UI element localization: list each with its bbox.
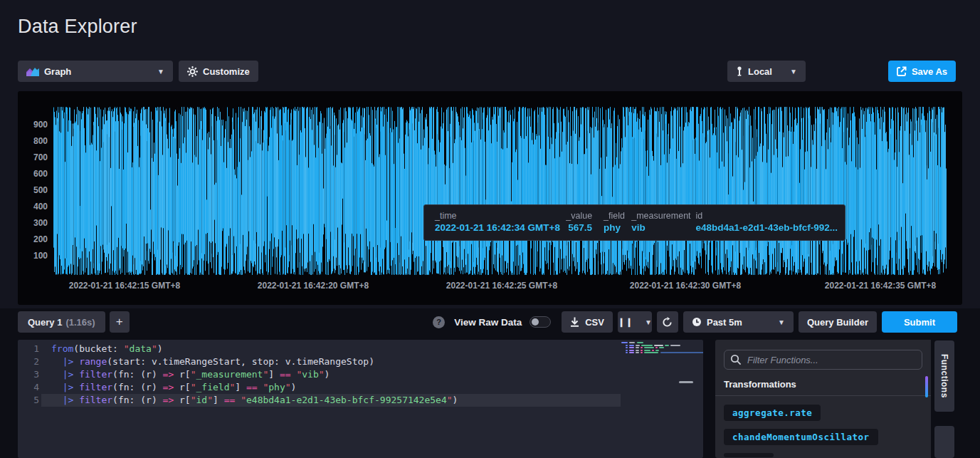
pause-button[interactable]: ❙❙ ▼: [618, 311, 652, 333]
code-line[interactable]: 2 |> range(start: v.timeRangeStart, stop…: [18, 355, 621, 368]
code-token: _field: [196, 381, 230, 394]
graph-canvas[interactable]: [53, 107, 947, 275]
scrollbar-thumb[interactable]: [925, 376, 928, 397]
x-tick-label: 2022-01-21 16:42:25 GMT+8: [446, 281, 557, 291]
code-token: [51, 394, 63, 407]
code-token: (bucket:: [73, 343, 123, 355]
code-token: ]: [235, 381, 246, 394]
view-raw-data-toggle[interactable]: [529, 316, 551, 328]
csv-download-button[interactable]: CSV: [562, 311, 613, 333]
code-token: data: [130, 343, 152, 355]
code-token: phy: [268, 381, 285, 394]
tab-functions[interactable]: Functions: [934, 340, 954, 412]
minimap-row: [621, 342, 701, 343]
code-token: [51, 368, 63, 381]
code-token: ==: [246, 381, 258, 394]
function-pill[interactable]: chandeMomentumOscillator: [724, 429, 878, 445]
y-tick-label: 400: [21, 202, 48, 212]
minimap-segment: [644, 347, 654, 348]
panel-resize-handle[interactable]: [679, 381, 693, 383]
y-tick-label: 300: [21, 218, 48, 228]
code-token: ": [191, 381, 196, 394]
submit-button[interactable]: Submit: [882, 311, 957, 333]
tooltip-field-label: _value: [560, 211, 592, 221]
line-number: 2: [18, 355, 39, 368]
code-token: r[: [174, 368, 190, 381]
visualization-type-dropdown[interactable]: Graph ▼: [18, 61, 173, 82]
flux-code-editor[interactable]: 1from(bucket: "data")2 |> range(start: v…: [18, 340, 703, 458]
submit-label: Submit: [904, 317, 935, 328]
code-line[interactable]: 1from(bucket: "data"): [18, 343, 621, 355]
search-icon: [730, 354, 742, 365]
minimap-segment: [655, 350, 659, 351]
workspace: 1from(bucket: "data")2 |> range(start: v…: [0, 336, 980, 458]
code-line[interactable]: 3 |> filter(fn: (r) => r["_measurement"]…: [18, 368, 621, 381]
code-token: [73, 368, 79, 381]
line-number: 3: [18, 368, 39, 381]
pause-icon: ❙❙: [618, 317, 633, 327]
y-tick-label: 900: [21, 120, 48, 130]
function-pill[interactable]: aggregate.rate: [724, 405, 821, 421]
tooltip-column: ide48bd4a1-e2d1-43eb-bfcf-992...: [695, 211, 845, 240]
tooltip-field-value: e48bd4a1-e2d1-43eb-bfcf-992...: [695, 222, 838, 233]
function-pill-partial[interactable]: [724, 453, 774, 457]
code-token: ": [263, 368, 268, 381]
tooltip-column: _value567.5: [560, 211, 592, 240]
refresh-button[interactable]: [657, 311, 678, 333]
code-token: ": [285, 381, 291, 394]
customize-button[interactable]: Customize: [179, 61, 258, 82]
code-token: |>: [63, 355, 74, 368]
time-range-dropdown[interactable]: Past 5m ▼: [683, 311, 794, 333]
filter-functions-input[interactable]: [724, 350, 922, 370]
query-builder-button[interactable]: Query Builder: [799, 311, 877, 333]
code-token: ": [319, 368, 325, 381]
save-as-label: Save As: [912, 66, 947, 77]
editor-minimap[interactable]: [621, 342, 701, 456]
tooltip-field-label: _measurement: [631, 211, 695, 221]
save-as-button[interactable]: Save As: [888, 61, 956, 82]
code-token: ": [207, 394, 213, 407]
minimap-segment: [641, 347, 643, 348]
hover-tooltip: _time2022-01-21 16:42:34 GMT+8_value567.…: [423, 204, 845, 241]
help-icon[interactable]: ?: [433, 316, 445, 328]
minimap-segment: [652, 350, 654, 351]
minimap-segment: [637, 342, 643, 343]
pin-icon: [736, 66, 743, 76]
code-token: r[: [174, 381, 190, 394]
export-icon: [897, 66, 907, 76]
code-token: filter: [79, 394, 112, 407]
download-icon: [570, 317, 579, 327]
code-line[interactable]: 5 |> filter(fn: (r) => r["id"] == "e48bd…: [18, 394, 621, 407]
minimap-segment: [670, 345, 680, 346]
tooltip-field-value: vib: [631, 222, 695, 233]
y-tick-label: 800: [21, 136, 48, 146]
code-token: ==: [280, 368, 291, 381]
code-token: ": [124, 343, 130, 355]
code-lines[interactable]: 1from(bucket: "data")2 |> range(start: v…: [18, 343, 621, 407]
tooltip-column: _measurementvib: [631, 211, 695, 240]
side-tab-partial[interactable]: [934, 426, 954, 458]
code-token: ): [291, 381, 297, 394]
code-token: ): [325, 368, 330, 381]
minimap-segment: [626, 352, 628, 353]
code-token: r[: [174, 394, 190, 407]
view-controls-row: Graph ▼ Customize Local ▼: [18, 61, 957, 82]
clock-icon: [692, 317, 702, 327]
code-token: =>: [163, 368, 174, 381]
x-tick-label: 2022-01-21 16:42:30 GMT+8: [630, 281, 741, 291]
code-token: ": [191, 368, 196, 381]
code-token: [73, 381, 79, 394]
time-range-label: Past 5m: [707, 317, 742, 328]
code-token: (start: v.timeRangeStart, stop: v.timeRa…: [107, 355, 374, 368]
code-token: =>: [163, 381, 174, 394]
code-token: ]: [213, 394, 224, 407]
chevron-down-icon: ▼: [645, 318, 652, 326]
code-line[interactable]: 4 |> filter(fn: (r) => r["_field"] == "p…: [18, 381, 621, 394]
minimap-segment: [626, 345, 628, 346]
query-tab[interactable]: Query 1 (1.16s): [18, 311, 105, 333]
add-query-button[interactable]: +: [110, 311, 130, 333]
csv-label: CSV: [585, 317, 604, 328]
code-token: [51, 381, 63, 394]
save-location-dropdown[interactable]: Local ▼: [727, 61, 806, 82]
x-tick-label: 2022-01-21 16:42:35 GMT+8: [825, 281, 936, 291]
